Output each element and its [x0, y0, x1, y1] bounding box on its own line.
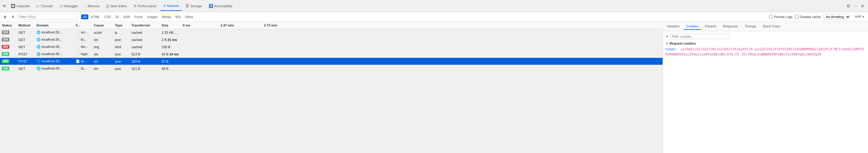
row-size: 2 B 21 ms	[160, 38, 181, 42]
row-time: 1 ms	[174, 31, 181, 34]
status-badge: 404	[2, 45, 9, 49]
tab-debugger[interactable]: ◇Debugger	[57, 1, 81, 11]
filter-cookies-icon: ▼	[665, 35, 669, 38]
row-transferred: cached	[130, 31, 160, 34]
console-label: Console	[41, 4, 53, 8]
table-row[interactable]: 404 GET 🌐localhost:30... 📄fav... img htm…	[0, 43, 662, 50]
clear-network-button[interactable]: 🗑	[2, 14, 9, 19]
type-filter-css[interactable]: CSS	[102, 14, 113, 19]
debugger-icon: ◇	[60, 4, 62, 8]
row-domain: 🌐localhost:30...	[35, 59, 74, 63]
domain-icon: 🌐	[36, 30, 41, 34]
tab-storage[interactable]: 🗄Storage	[183, 1, 205, 11]
console-icon: ▷	[37, 4, 39, 8]
header-type: Type	[113, 24, 130, 27]
domain-icon: 🌐	[36, 45, 41, 48]
right-tab-params[interactable]: Params	[702, 23, 719, 30]
row-method: GET	[17, 67, 35, 71]
row-domain: 🌐localhost:30...	[35, 67, 74, 71]
right-panel-tabs: HeadersCookiesParamsResponseTimingsStack…	[663, 22, 868, 31]
throttle-select[interactable]: No throttling	[824, 14, 850, 20]
pause-recording-button[interactable]: ⏸	[10, 14, 16, 20]
type-filter-html[interactable]: HTML	[89, 14, 102, 19]
file-icon: 📄	[76, 59, 80, 63]
disable-cache-checkbox[interactable]	[795, 15, 799, 19]
row-timeline	[181, 43, 662, 50]
row-transferred: 311 B	[130, 67, 160, 71]
row-transferred: cached	[130, 38, 160, 42]
timeline-0ms: 0 ms	[183, 24, 190, 27]
right-panel: HeadersCookiesParamsResponseTimingsStack…	[663, 22, 868, 153]
network-icon: ≡	[163, 4, 165, 8]
more-options-button[interactable]: ···	[852, 2, 858, 10]
close-devtools-button[interactable]: ✕	[860, 2, 866, 10]
accessibility-label: Accessibility	[214, 4, 232, 8]
section-arrow-icon: ▼	[665, 42, 668, 45]
inspector-icon: 🔲	[11, 4, 16, 8]
url-filter-input[interactable]	[17, 14, 78, 20]
right-panel-content: ▼ ▼ Request cookies token: eyJhbGciOiJIU…	[663, 31, 868, 153]
persist-logs-checkbox[interactable]	[769, 15, 773, 19]
table-row[interactable]: 200 POST 🌐localhost:30... 📄login xhr jso…	[0, 50, 662, 58]
row-file: 📄scr...	[74, 30, 92, 34]
row-method: POST	[17, 60, 35, 63]
type-filter-xhr[interactable]: XHR	[122, 14, 132, 19]
row-transferred: cached	[130, 45, 160, 49]
status-badge: 200	[2, 52, 9, 56]
disable-cache-label[interactable]: Disable cache	[795, 15, 821, 19]
network-label: Network	[167, 4, 179, 7]
row-cause: xhr	[92, 38, 113, 42]
row-timeline	[181, 65, 662, 72]
persist-logs-label[interactable]: Persist Logs	[769, 15, 793, 19]
top-toolbar: ⟲ 🔲Inspector▷Console◇Debugger↓Memory{}St…	[0, 0, 868, 12]
right-tab-timings[interactable]: Timings	[742, 23, 759, 30]
row-status: 404	[0, 45, 17, 49]
table-row[interactable]: 304 GET 🌐localhost:30... 📄scr... script …	[0, 29, 662, 36]
type-filter-ws[interactable]: WS	[174, 14, 183, 19]
header-file: F...	[74, 24, 92, 27]
row-timeline	[181, 50, 662, 58]
header-transferred: Transferred	[130, 24, 160, 27]
tab-memory[interactable]: ↓Memory	[82, 1, 103, 11]
right-tab-response[interactable]: Response	[720, 23, 741, 30]
table-row[interactable]: 200 POST 🌐localhost:30... 📄tic... xhr js…	[0, 58, 662, 65]
row-method: GET	[17, 38, 35, 42]
type-filter-all[interactable]: All	[81, 14, 88, 19]
responsive-design-button[interactable]: ⧉	[846, 2, 851, 10]
tab-console[interactable]: ▷Console	[34, 1, 56, 11]
table-row[interactable]: 304 GET 🌐localhost:30... 📄tic... xhr jso…	[0, 36, 662, 43]
table-row[interactable]: 200 GET 🌐localhost:30... 📄tic... xhr jso…	[0, 65, 662, 72]
type-filter-other[interactable]: Other	[183, 14, 195, 19]
right-tab-headers[interactable]: Headers	[664, 23, 683, 30]
cookies-filter-input[interactable]	[670, 34, 730, 39]
type-filter-fonts[interactable]: Fonts	[133, 14, 145, 19]
request-cookies-header[interactable]: ▼ Request cookies	[665, 42, 866, 45]
type-filter-images[interactable]: Images	[145, 14, 159, 19]
row-size: 63 B 14 ms	[160, 52, 181, 56]
row-file: 📄tic...	[74, 67, 92, 71]
type-filter-js[interactable]: JS	[114, 14, 121, 19]
right-tab-cookies[interactable]: Cookies	[683, 23, 702, 30]
cookie-entry: token: eyJhbGciOiJIUzI1NiIsInR5cCI6IkpXV…	[665, 47, 866, 57]
row-file: 📄login	[74, 52, 92, 56]
tab-network[interactable]: ≡Network	[160, 1, 182, 11]
tab-inspector[interactable]: 🔲Inspector	[8, 1, 33, 11]
type-filter-media[interactable]: Media	[160, 14, 173, 19]
row-time: 14 ms	[169, 52, 179, 56]
row-domain: 🌐localhost:30...	[35, 45, 74, 49]
right-tab-stack-trace[interactable]: Stack Trace	[760, 23, 783, 30]
row-cause: xhr	[92, 52, 113, 56]
row-file: 📄fav...	[74, 45, 92, 49]
devtools-menu-button[interactable]: ⟲	[1, 2, 7, 10]
tab-style-editor[interactable]: {}Style Editor	[103, 1, 130, 11]
header-method: Method	[17, 24, 35, 27]
row-method: GET	[17, 31, 35, 34]
filter-bar: 🗑 ⏸ AllHTMLCSSJSXHRFontsImagesMediaWSOth…	[0, 12, 868, 22]
row-domain: 🌐localhost:30...	[35, 30, 74, 34]
row-timeline	[181, 29, 662, 36]
tab-accessibility[interactable]: ♿Accessibility	[206, 1, 236, 11]
tab-performance[interactable]: ⟳Performance	[131, 1, 160, 11]
memory-label: Memory	[88, 4, 100, 8]
har-button[interactable]: HAR ▾	[853, 14, 866, 19]
cookie-value: eyJhbGciOiJIUzI1NiIsInR5cCI6IkpXVCJ9.eyJ…	[665, 47, 864, 56]
